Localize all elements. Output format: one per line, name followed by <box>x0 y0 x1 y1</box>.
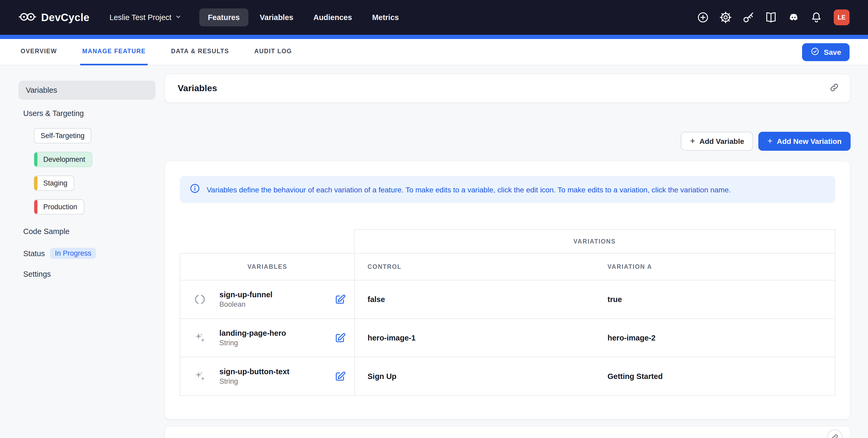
info-icon <box>189 183 200 196</box>
variables-panel: Variables define the behaviour of each v… <box>164 161 850 419</box>
column-header-variables: VARIABLES <box>180 254 354 280</box>
key-icon[interactable] <box>741 10 755 24</box>
boolean-icon <box>180 280 219 318</box>
column-header-variation-a: VARIATION A <box>595 254 835 280</box>
content-area: Variables Users & Targeting Self-Targeti… <box>0 65 868 438</box>
discord-icon[interactable] <box>787 10 801 24</box>
next-section-card <box>164 426 850 438</box>
sidebar-item-status[interactable]: Status In Progress <box>19 248 156 259</box>
chevron-down-icon <box>175 13 181 22</box>
add-new-variation-button[interactable]: + Add New Variation <box>758 132 850 151</box>
table-row: landing-page-hero String hero-image-1 he… <box>180 319 835 357</box>
edit-icon[interactable] <box>334 371 346 382</box>
nav-item-features[interactable]: Features <box>199 8 248 26</box>
nav-item-metrics[interactable]: Metrics <box>364 8 407 26</box>
plus-circle-icon[interactable] <box>696 10 710 24</box>
page-title: Variables <box>178 83 217 94</box>
user-avatar[interactable]: LE <box>834 9 849 25</box>
info-alert-text: Variables define the behaviour of each v… <box>207 185 731 194</box>
app-root: DevCycle Leslie Test Project Features Va… <box>0 0 868 438</box>
actions-row: + Add Variable + Add New Variation <box>164 132 850 151</box>
variable-cell: sign-up-button-text String <box>219 357 354 395</box>
variation-a-value: true <box>595 280 835 318</box>
main-column: Variables + Add Variable + Add New Varia… <box>164 74 850 438</box>
info-alert: Variables define the behaviour of each v… <box>180 176 835 203</box>
edit-icon[interactable] <box>334 294 346 305</box>
table-row: sign-up-funnel Boolean false true <box>180 280 835 319</box>
plus-icon: + <box>690 136 695 145</box>
devcycle-logo-icon <box>19 10 36 25</box>
group-spacer <box>180 229 354 253</box>
link-icon[interactable] <box>829 82 839 95</box>
section-header-card: Variables <box>164 74 850 103</box>
variation-a-value: Getting Started <box>595 357 835 395</box>
bell-icon[interactable] <box>809 10 823 24</box>
project-selector-label: Leslie Test Project <box>110 13 172 22</box>
status-badge: In Progress <box>50 248 96 259</box>
table-row: sign-up-button-text String Sign Up Getti… <box>180 357 835 396</box>
add-new-variation-label: Add New Variation <box>777 137 842 145</box>
chip-staging[interactable]: Staging <box>34 175 74 191</box>
nav-item-audiences[interactable]: Audiences <box>305 8 361 26</box>
project-selector[interactable]: Leslie Test Project <box>110 13 181 22</box>
variables-table: VARIATIONS VARIABLES CONTROL VARIATION A <box>180 229 835 396</box>
table-group-row: VARIATIONS <box>180 229 835 253</box>
brand-name: DevCycle <box>41 11 89 24</box>
sparkles-icon <box>180 319 219 357</box>
primary-nav: Features Variables Audiences Metrics <box>199 8 407 26</box>
edit-icon[interactable] <box>334 332 346 344</box>
tab-overview[interactable]: OVERVIEW <box>19 39 59 65</box>
gear-icon[interactable] <box>719 10 733 24</box>
sidebar-item-variables[interactable]: Variables <box>19 81 156 100</box>
sidebar-item-users-targeting[interactable]: Users & Targeting <box>19 107 156 120</box>
brand[interactable]: DevCycle <box>19 10 89 25</box>
top-navbar: DevCycle Leslie Test Project Features Va… <box>0 0 868 35</box>
variable-cell: sign-up-funnel Boolean <box>219 280 354 318</box>
save-button[interactable]: Save <box>802 43 849 61</box>
chip-self-targeting[interactable]: Self-Targeting <box>34 128 92 143</box>
sparkles-icon <box>180 357 219 395</box>
add-variable-label: Add Variable <box>700 137 744 145</box>
variations-group-label: VARIATIONS <box>574 238 616 244</box>
control-value: Sign Up <box>354 357 595 395</box>
check-circle-icon <box>811 47 820 57</box>
tab-manage-feature[interactable]: MANAGE FEATURE <box>80 39 148 65</box>
nav-item-variables[interactable]: Variables <box>251 8 302 26</box>
add-variable-button[interactable]: + Add Variable <box>681 132 753 151</box>
control-value: hero-image-1 <box>354 319 595 357</box>
save-button-label: Save <box>824 48 841 56</box>
table-header-row: VARIABLES CONTROL VARIATION A <box>180 253 835 280</box>
sidebar-item-code-sample[interactable]: Code Sample <box>19 225 156 238</box>
variations-group-header: VARIATIONS <box>354 229 835 253</box>
sidebar-item-settings[interactable]: Settings <box>19 268 156 280</box>
feature-tabbar: OVERVIEW MANAGE FEATURE DATA & RESULTS A… <box>0 39 868 65</box>
status-label: Status <box>23 249 45 258</box>
feature-sidebar: Variables Users & Targeting Self-Targeti… <box>19 74 156 438</box>
progress-strip <box>0 35 868 39</box>
plus-icon: + <box>767 136 773 145</box>
chip-development[interactable]: Development <box>34 152 92 167</box>
link-icon[interactable] <box>827 430 843 438</box>
tab-audit-log[interactable]: AUDIT LOG <box>252 39 294 65</box>
targeting-group: Self-Targeting Development Staging Produ… <box>19 120 156 214</box>
chip-production[interactable]: Production <box>34 199 84 214</box>
variation-a-value: hero-image-2 <box>595 319 835 357</box>
book-icon[interactable] <box>764 10 778 24</box>
control-value: false <box>354 280 595 318</box>
column-header-control: CONTROL <box>354 254 595 280</box>
tab-data-results[interactable]: DATA & RESULTS <box>169 39 231 65</box>
variable-cell: landing-page-hero String <box>219 319 354 357</box>
